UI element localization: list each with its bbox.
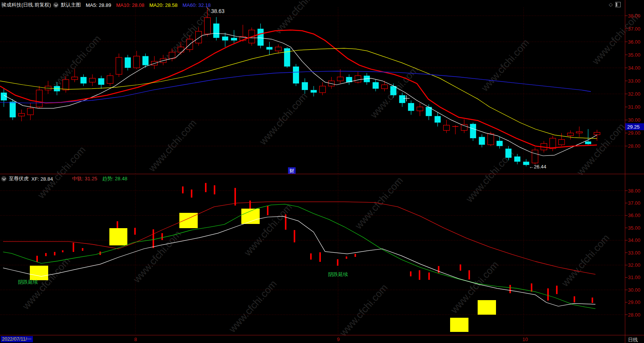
indicator-header: 至尊伏虎 XF: 28.84 中轨: 31.25 趋势: 28.48	[1, 175, 127, 182]
svg-text:34.00: 34.00	[628, 237, 641, 243]
svg-text:www.cfchi.com: www.cfchi.com	[478, 37, 531, 94]
svg-text:www.cfchi.com: www.cfchi.com	[35, 144, 88, 201]
svg-text:33.00: 33.00	[628, 250, 641, 256]
watermark-layer: www.cfchi.comwww.cfchi.comwww.cfchi.comw…	[20, 0, 642, 339]
svg-text:29.00: 29.00	[628, 299, 641, 305]
svg-text:31.00: 31.00	[628, 104, 641, 110]
candlesticks	[1, 8, 600, 167]
svg-text:32.00: 32.00	[628, 262, 641, 268]
svg-text:www.cfchi.com: www.cfchi.com	[226, 278, 279, 335]
month-label: 10	[522, 336, 528, 342]
svg-text:36.00: 36.00	[628, 212, 641, 218]
indicator-name: 至尊伏虎	[9, 175, 29, 182]
svg-text:35.00: 35.00	[628, 225, 641, 231]
current-price-marker: 29.25	[625, 123, 644, 130]
main-layout-label[interactable]: 默认主图	[61, 2, 81, 8]
status-bar: 2022/07/11/一 8910 日线	[0, 335, 644, 343]
chevron-down-icon[interactable]	[1, 176, 7, 181]
panel-layout-icon[interactable]	[615, 2, 621, 7]
svg-text:34.00: 34.00	[628, 65, 641, 71]
svg-text:www.cfchi.com: www.cfchi.com	[559, 232, 611, 289]
ma60-value: MA60: 32.18	[182, 2, 211, 8]
svg-text:阴跌延续: 阴跌延续	[328, 271, 348, 277]
stock-title: 骏成科技(日线.前复权)	[2, 2, 51, 8]
grid-layer	[0, 8, 628, 335]
low-price-annotation: ←26.44	[529, 164, 546, 170]
ma20-value: MA20: 28.58	[150, 2, 178, 8]
indicator-mid-value: 中轨: 31.25	[72, 175, 97, 182]
current-price-value: 29.25	[627, 124, 640, 130]
month-label: 9	[337, 336, 340, 342]
svg-text:36.00: 36.00	[628, 39, 641, 45]
svg-text:29.00: 29.00	[628, 130, 641, 136]
main-chart-header: 骏成科技(日线.前复权) 默认主图 MA5: 28.89 MA10: 28.08…	[2, 1, 211, 9]
diamond-icon[interactable]: ◇	[609, 2, 613, 7]
period-label[interactable]: 日线	[628, 336, 638, 343]
svg-text:31.00: 31.00	[628, 274, 641, 280]
svg-text:www.cfchi.com: www.cfchi.com	[574, 121, 627, 178]
indicator-trend-value: 趋势: 28.48	[102, 175, 127, 182]
ma5-value: MA5: 28.89	[86, 2, 111, 8]
svg-text:www.cfchi.com: www.cfchi.com	[337, 282, 390, 339]
indicator-xf-value: XF: 28.84	[31, 176, 53, 182]
peak-price-annotation: 38.63	[211, 8, 224, 14]
svg-text:37.00: 37.00	[628, 200, 641, 206]
event-flag-badge: 财	[289, 168, 294, 173]
ma10-value: MA10: 28.08	[116, 2, 145, 8]
month-label: 8	[134, 336, 137, 342]
chevron-down-icon[interactable]	[53, 2, 59, 8]
axis-labels: 38.0038.0037.0037.0036.0036.0035.0035.00…	[628, 13, 641, 318]
chart-canvas: www.cfchi.comwww.cfchi.comwww.cfchi.comw…	[0, 0, 644, 343]
svg-text:37.00: 37.00	[628, 26, 641, 32]
svg-text:28.00: 28.00	[628, 312, 641, 318]
svg-text:38.00: 38.00	[628, 188, 641, 194]
annotations: 38.63←26.44财	[207, 7, 546, 174]
svg-text:35.00: 35.00	[628, 52, 641, 58]
svg-text:www.cfchi.com: www.cfchi.com	[257, 90, 309, 147]
svg-text:33.00: 33.00	[628, 78, 641, 84]
svg-text:32.00: 32.00	[628, 91, 641, 97]
svg-text:30.00: 30.00	[628, 117, 641, 123]
stock-chart-app: www.cfchi.comwww.cfchi.comwww.cfchi.comw…	[0, 0, 644, 343]
indicator-lines	[3, 202, 595, 309]
svg-text:38.00: 38.00	[628, 13, 641, 19]
header-toolbar: ◇	[609, 2, 621, 7]
svg-text:阴跌延续: 阴跌延续	[18, 279, 38, 285]
svg-text:www.cfchi.com: www.cfchi.com	[146, 117, 198, 174]
date-label: 2022/07/11/一	[1, 336, 33, 342]
svg-text:30.00: 30.00	[628, 287, 641, 293]
svg-text:www.cfchi.com: www.cfchi.com	[130, 228, 183, 285]
indicator-labels: 阴跌延续阴跌延续	[18, 271, 348, 285]
svg-text:28.00: 28.00	[628, 143, 641, 149]
